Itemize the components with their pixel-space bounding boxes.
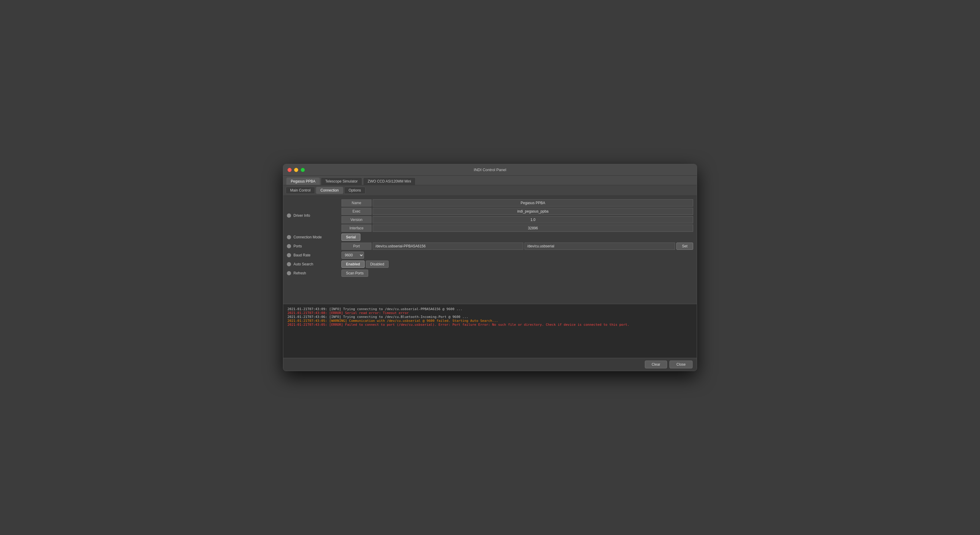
connection-mode-label: Connection Mode	[293, 235, 342, 239]
baud-rate-row: Baud Rate 9600 19200 38400 115200	[287, 252, 693, 259]
tab-connection[interactable]: Connection	[316, 187, 343, 194]
auto-search-row: Auto Search Enabled Disabled	[287, 261, 693, 268]
auto-search-label: Auto Search	[293, 262, 342, 266]
name-field-value: Pegasus PPBA	[373, 199, 693, 207]
driver-info-fields: Name Pegasus PPBA Exec indi_pegasus_ppba…	[342, 199, 693, 232]
port-value-2[interactable]	[525, 243, 675, 250]
ports-label: Ports	[293, 244, 342, 248]
tab-telescope-simulator[interactable]: Telescope Simulator	[321, 177, 362, 185]
clear-button[interactable]: Clear	[645, 361, 667, 368]
serial-button[interactable]: Serial	[342, 234, 360, 241]
exec-field-label: Exec	[342, 208, 371, 215]
window-controls	[288, 168, 305, 172]
connection-mode-indicator	[287, 235, 291, 239]
baud-rate-indicator	[287, 253, 291, 257]
ports-fields: Port Set	[342, 243, 693, 250]
refresh-row: Refresh Scan Ports	[287, 270, 693, 277]
log-line-1: 2021-01-21T07:43:09: [INFO] Trying conne…	[288, 307, 692, 311]
close-button[interactable]	[288, 168, 292, 172]
title-bar: INDI Control Panel	[283, 164, 697, 176]
driver-info-indicator	[287, 213, 291, 218]
sub-tabs: Main Control Connection Options	[283, 185, 697, 196]
window-title: INDI Control Panel	[474, 167, 506, 172]
tab-pegasus-ppba[interactable]: Pegasus PPBA	[286, 177, 320, 185]
log-line-5: 2021-01-21T07:43:05: [ERROR] Failed to c…	[288, 323, 692, 326]
name-field-label: Name	[342, 199, 371, 207]
baud-rate-fields: 9600 19200 38400 115200	[342, 252, 693, 259]
port-value-1[interactable]	[373, 243, 523, 250]
log-line-2: 2021-01-21T07:43:08: [ERROR] Serial read…	[288, 311, 692, 315]
maximize-button[interactable]	[301, 168, 305, 172]
driver-info-label: Driver Info	[293, 213, 342, 218]
log-line-3: 2021-01-21T07:43:06: [INFO] Trying conne…	[288, 315, 692, 319]
content-area: Driver Info Name Pegasus PPBA Exec indi_…	[283, 196, 697, 304]
port-field-label: Port	[342, 243, 371, 250]
enabled-button[interactable]: Enabled	[342, 261, 364, 268]
tab-zwo-ccd[interactable]: ZWO CCD ASI120MM Mini	[363, 177, 415, 185]
version-field-label: Version	[342, 216, 371, 223]
driver-info-row: Driver Info Name Pegasus PPBA Exec indi_…	[287, 199, 693, 232]
log-line-4: 2021-01-21T07:43:05: [WARNING] Communica…	[288, 319, 692, 323]
refresh-indicator	[287, 271, 291, 275]
auto-search-indicator	[287, 262, 291, 266]
bottom-bar: Clear Close	[283, 358, 697, 371]
connection-mode-row: Connection Mode Serial	[287, 234, 693, 241]
main-window: INDI Control Panel Pegasus PPBA Telescop…	[283, 164, 697, 371]
baud-rate-select[interactable]: 9600 19200 38400 115200	[342, 252, 364, 259]
version-field-value: 1.0	[373, 216, 693, 223]
refresh-fields: Scan Ports	[342, 270, 693, 277]
tab-main-control[interactable]: Main Control	[286, 187, 315, 194]
close-bottom-button[interactable]: Close	[670, 361, 692, 368]
ports-indicator	[287, 244, 291, 248]
disabled-button[interactable]: Disabled	[366, 261, 389, 268]
connection-mode-fields: Serial	[342, 234, 693, 241]
scan-ports-button[interactable]: Scan Ports	[342, 270, 368, 277]
interface-field-value: 32896	[373, 225, 693, 232]
exec-field-value: indi_pegasus_ppba	[373, 208, 693, 215]
device-tabs: Pegasus PPBA Telescope Simulator ZWO CCD…	[283, 176, 697, 185]
auto-search-fields: Enabled Disabled	[342, 261, 693, 268]
baud-rate-label: Baud Rate	[293, 253, 342, 257]
minimize-button[interactable]	[294, 168, 298, 172]
refresh-label: Refresh	[293, 271, 342, 275]
tab-options[interactable]: Options	[344, 187, 366, 194]
ports-row: Ports Port Set	[287, 243, 693, 250]
set-button[interactable]: Set	[676, 243, 693, 250]
log-area: 2021-01-21T07:43:09: [INFO] Trying conne…	[283, 304, 697, 358]
interface-field-label: Interface	[342, 225, 371, 232]
